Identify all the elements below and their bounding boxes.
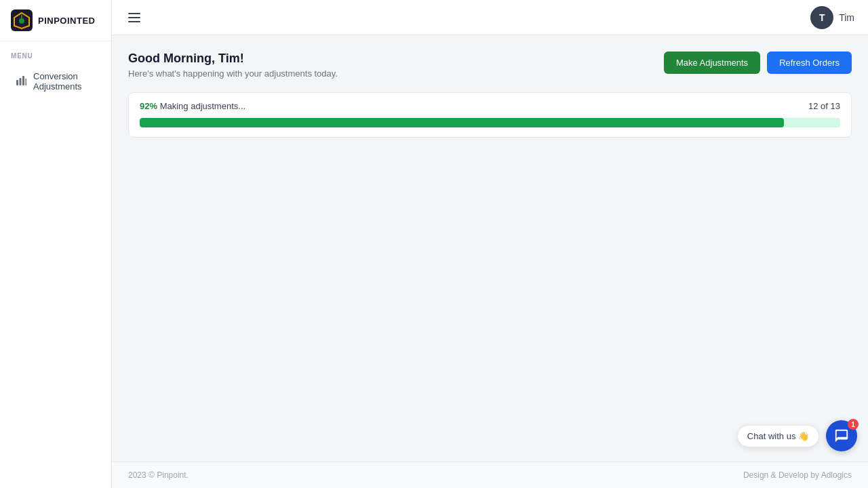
user-badge: T Tim [810,6,854,29]
refresh-orders-button[interactable]: Refresh Orders [767,52,852,74]
progress-bar-fill [140,118,784,127]
user-name: Tim [839,12,854,23]
svg-point-2 [19,18,24,24]
progress-count: 12 of 13 [808,101,840,111]
make-adjustments-button[interactable]: Make Adjustments [664,52,760,74]
chat-widget: Chat with us 👋 1 [737,420,857,451]
bar-chart-icon [16,75,26,87]
svg-rect-5 [20,78,22,85]
svg-rect-6 [22,76,24,85]
progress-label: 92% Making adjustments... [140,101,245,111]
hamburger-button[interactable] [125,10,143,25]
greeting-title: Good Morning, Tim! [128,52,338,66]
chat-badge: 1 [848,419,859,430]
avatar-initial: T [819,12,825,23]
footer: 2023 © Pinpoint. Design & Develop by Adl… [112,462,868,488]
brand-name: PINPOINTED [38,16,95,26]
sidebar: PINPOINTED MENU Conversion Adjustments [0,0,112,488]
chat-icon [834,428,849,443]
avatar[interactable]: T [810,6,833,29]
progress-percentage: 92% [140,101,157,111]
svg-rect-7 [26,79,27,85]
copyright-text: 2023 © Pinpoint. [128,470,189,480]
progress-status-text: Making adjustments... [160,101,245,111]
sidebar-item-label: Conversion Adjustments [33,71,95,92]
credits-text: Design & Develop by Adlogics [743,470,852,480]
header-buttons: Make Adjustments Refresh Orders [664,52,852,74]
progress-card: 92% Making adjustments... 12 of 13 [128,92,852,138]
content-header: Good Morning, Tim! Here's what's happeni… [128,52,852,79]
progress-bar-background [140,118,840,127]
chat-label: Chat with us 👋 [737,425,819,447]
greeting-block: Good Morning, Tim! Here's what's happeni… [128,52,338,79]
main-area: T Tim Good Morning, Tim! Here's what's h… [112,0,868,488]
logo-area: PINPOINTED [0,0,111,41]
logo-icon [11,9,33,31]
sidebar-item-conversion-adjustments[interactable]: Conversion Adjustments [5,65,106,98]
chat-button[interactable]: 1 [826,420,857,451]
svg-rect-4 [16,80,18,85]
progress-header: 92% Making adjustments... 12 of 13 [140,101,840,111]
topbar: T Tim [112,0,868,35]
greeting-subtext: Here's what's happening with your adjust… [128,68,338,79]
content-area: Good Morning, Tim! Here's what's happeni… [112,35,868,462]
menu-section-label: MENU [0,41,111,65]
